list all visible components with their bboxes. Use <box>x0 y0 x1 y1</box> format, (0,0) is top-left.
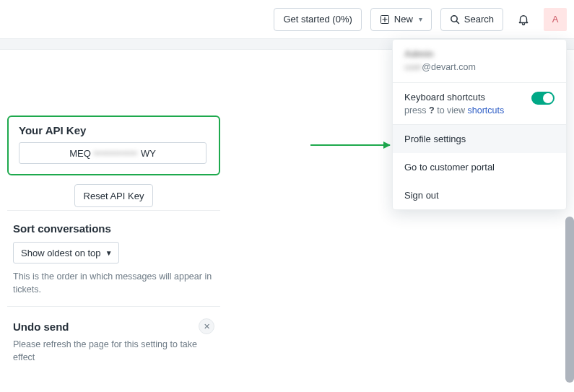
avatar-letter: A <box>552 14 559 25</box>
api-key-card: Your API Key MEQ ••••••••••• WY <box>7 116 220 175</box>
reset-api-key-label: Reset API Key <box>84 191 144 201</box>
search-button[interactable]: Search <box>440 8 503 31</box>
user-email-domain: @devart.com <box>422 62 476 72</box>
close-icon: ✕ <box>204 322 210 331</box>
user-email-hidden: user <box>404 62 422 72</box>
chevron-down-icon: ▾ <box>419 15 422 23</box>
undo-title: Undo send <box>13 321 69 333</box>
ks-help-prefix: press <box>404 105 429 116</box>
undo-help: Please refresh the page for this setting… <box>13 339 214 364</box>
search-label: Search <box>464 14 494 25</box>
menu-item-signout-label: Sign out <box>404 190 439 201</box>
user-name: Admin <box>404 48 555 59</box>
reset-api-key-button[interactable]: Reset API Key <box>74 184 154 207</box>
settings-panel: Your API Key MEQ ••••••••••• WY Reset AP… <box>7 116 220 374</box>
menu-item-portal-label: Go to customer portal <box>404 162 495 173</box>
undo-section: Undo send ✕ Please refresh the page for … <box>7 306 220 374</box>
topbar: Get started (0%) New ▾ Search A <box>0 0 574 39</box>
sort-select[interactable]: Show oldest on top ▼ <box>13 242 119 263</box>
user-email: user@devart.com <box>404 62 555 72</box>
api-key-hidden: ••••••••••• <box>94 148 138 159</box>
undo-send-toggle[interactable]: ✕ <box>199 318 214 334</box>
menu-item-profile-label: Profile settings <box>404 134 466 144</box>
api-key-title: Your API Key <box>19 124 209 136</box>
menu-item-sign-out[interactable]: Sign out <box>393 181 566 209</box>
user-menu: Admin user@devart.com Keyboard shortcuts… <box>392 39 567 210</box>
avatar[interactable]: A <box>544 8 567 31</box>
keyboard-shortcuts-row: Keyboard shortcuts press ? to view short… <box>393 83 566 124</box>
api-key-value: MEQ ••••••••••• WY <box>19 142 206 164</box>
caret-down-icon: ▼ <box>105 249 113 257</box>
new-label: New <box>394 14 413 25</box>
notifications-button[interactable] <box>512 8 535 31</box>
keyboard-shortcuts-help: press ? to view shortcuts <box>404 105 504 116</box>
sort-title: Sort conversations <box>13 222 214 235</box>
api-key-prefix: MEQ <box>69 148 91 159</box>
user-menu-header: Admin user@devart.com <box>393 40 566 82</box>
plus-icon <box>380 14 390 25</box>
sort-section: Sort conversations Show oldest on top ▼ … <box>7 210 220 306</box>
sort-help: This is the order in which messages will… <box>13 271 214 296</box>
scrollbar[interactable] <box>565 217 574 383</box>
keyboard-shortcuts-label: Keyboard shortcuts <box>404 92 504 103</box>
shortcuts-link[interactable]: shortcuts <box>468 105 505 116</box>
new-button[interactable]: New ▾ <box>370 8 432 31</box>
keyboard-shortcuts-toggle[interactable] <box>531 92 555 105</box>
reset-api-key-wrap: Reset API Key <box>7 184 220 207</box>
svg-line-2 <box>456 21 458 23</box>
menu-item-customer-portal[interactable]: Go to customer portal <box>393 153 566 181</box>
sort-selected: Show oldest on top <box>21 248 101 258</box>
bell-icon <box>517 13 530 26</box>
menu-item-profile-settings[interactable]: Profile settings <box>393 125 566 153</box>
get-started-label: Get started (0%) <box>283 14 352 25</box>
api-key-suffix: WY <box>141 148 156 159</box>
get-started-button[interactable]: Get started (0%) <box>274 8 361 31</box>
callout-arrow <box>310 144 390 146</box>
ks-help-key: ? <box>429 105 435 116</box>
search-icon <box>450 14 460 25</box>
ks-help-middle: to view <box>435 105 468 116</box>
